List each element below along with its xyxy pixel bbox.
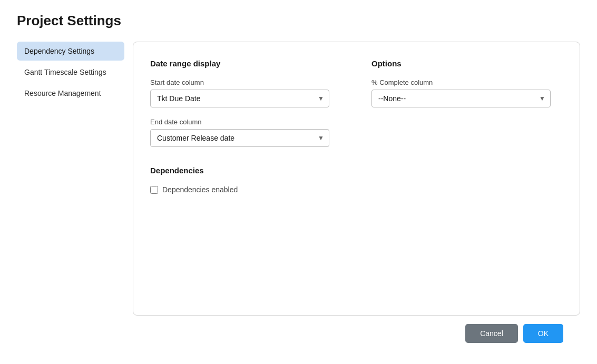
footer-buttons: Cancel OK [17, 316, 580, 351]
percent-complete-field-group: % Complete column --None-- % Complete Pr… [371, 78, 551, 107]
end-date-select-wrapper: Customer Release date Tkt Due Date Start… [150, 129, 329, 147]
ok-button[interactable]: OK [523, 324, 563, 343]
dependencies-title: Dependencies [150, 166, 329, 175]
main-panel: Date range display Start date column Tkt… [133, 42, 580, 316]
sidebar-item-resource-management[interactable]: Resource Management [17, 84, 124, 103]
start-date-label: Start date column [150, 78, 329, 86]
end-date-field-group: End date column Customer Release date Tk… [150, 118, 329, 147]
dependencies-enabled-row: Dependencies enabled [150, 185, 329, 194]
options-section: Options % Complete column --None-- % Com… [371, 59, 551, 194]
start-date-select-wrapper: Tkt Due Date Start Date Due Date Custome… [150, 90, 329, 107]
start-date-select[interactable]: Tkt Due Date Start Date Due Date Custome… [150, 90, 329, 107]
end-date-select[interactable]: Customer Release date Tkt Due Date Start… [150, 129, 329, 147]
sidebar-item-gantt-timescale-settings[interactable]: Gantt Timescale Settings [17, 63, 124, 82]
dependencies-section: Dependencies Dependencies enabled [150, 166, 329, 194]
sidebar: Dependency Settings Gantt Timescale Sett… [17, 42, 133, 316]
dependencies-enabled-checkbox[interactable] [150, 186, 158, 194]
end-date-label: End date column [150, 118, 329, 126]
sidebar-item-dependency-settings[interactable]: Dependency Settings [17, 42, 124, 61]
percent-complete-select-wrapper: --None-- % Complete Progress ▼ [371, 90, 551, 107]
page-title: Project Settings [17, 13, 580, 29]
cancel-button[interactable]: Cancel [465, 324, 518, 343]
dependencies-enabled-label: Dependencies enabled [162, 185, 238, 194]
date-range-section: Date range display Start date column Tkt… [150, 59, 329, 194]
percent-complete-label: % Complete column [371, 78, 551, 86]
start-date-field-group: Start date column Tkt Due Date Start Dat… [150, 78, 329, 107]
percent-complete-select[interactable]: --None-- % Complete Progress [371, 90, 551, 107]
date-range-title: Date range display [150, 59, 329, 68]
options-title: Options [371, 59, 551, 68]
